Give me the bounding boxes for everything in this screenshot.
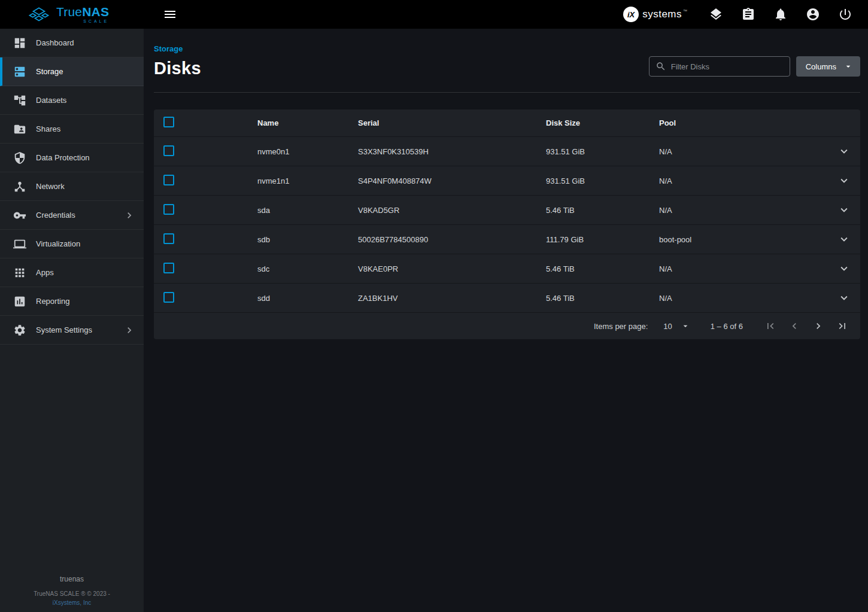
sidebar-item-apps[interactable]: Apps xyxy=(0,258,144,287)
page-range-label: 1 – 6 of 6 xyxy=(711,322,743,331)
table-row[interactable]: sdb 50026B7784500890 111.79 GiB boot-poo… xyxy=(154,225,860,254)
menu-toggle-button[interactable] xyxy=(159,4,181,25)
hostname: truenas xyxy=(0,575,144,583)
disk-serial: 50026B7784500890 xyxy=(358,235,546,244)
alerts-button[interactable] xyxy=(771,5,790,24)
truenas-logo[interactable]: TrueNAS SCALE xyxy=(0,5,144,23)
next-page-button[interactable] xyxy=(811,319,825,333)
chevron-right-icon xyxy=(812,320,824,332)
disk-size: 931.51 GiB xyxy=(546,147,659,156)
row-checkbox[interactable] xyxy=(163,175,174,185)
jobs-button[interactable] xyxy=(739,5,758,24)
sidebar-item-virtualization[interactable]: Virtualization xyxy=(0,230,144,258)
storage-icon xyxy=(13,65,26,78)
col-header-disk-size[interactable]: Disk Size xyxy=(546,118,659,127)
row-expand-button[interactable] xyxy=(835,260,853,278)
disk-serial: S4P4NF0M408874W xyxy=(358,176,546,185)
table-row[interactable]: sdd ZA1BK1HV 5.46 TiB N/A xyxy=(154,284,860,313)
power-icon xyxy=(838,7,852,22)
row-expand-button[interactable] xyxy=(835,289,853,307)
disk-pool: N/A xyxy=(659,176,824,185)
row-checkbox[interactable] xyxy=(163,263,174,273)
sidebar: Dashboard Storage Datasets Shares Data P… xyxy=(0,29,144,612)
chevron-down-icon xyxy=(681,321,690,331)
monitor-icon xyxy=(13,238,26,251)
sidebar-item-storage[interactable]: Storage xyxy=(0,57,144,86)
chart-icon xyxy=(13,295,26,308)
sidebar-item-reporting[interactable]: Reporting xyxy=(0,287,144,316)
disk-size: 5.46 TiB xyxy=(546,264,659,273)
search-icon xyxy=(655,61,666,72)
updates-button[interactable] xyxy=(706,5,726,24)
key-icon xyxy=(13,209,26,222)
row-checkbox[interactable] xyxy=(163,145,174,156)
table-paginator: Items per page: 10 1 – 6 of 6 xyxy=(154,313,860,339)
items-per-page-label: Items per page: xyxy=(594,322,648,331)
items-per-page-select[interactable]: 10 xyxy=(663,321,690,331)
chevron-down-icon xyxy=(843,62,853,71)
disk-pool: N/A xyxy=(659,264,824,273)
row-expand-button[interactable] xyxy=(835,201,853,219)
truenas-logo-icon xyxy=(28,7,50,23)
tasks-icon xyxy=(741,7,755,22)
col-header-pool[interactable]: Pool xyxy=(659,118,824,127)
row-expand-button[interactable] xyxy=(835,230,853,248)
last-page-icon xyxy=(836,320,848,332)
sidebar-item-dashboard[interactable]: Dashboard xyxy=(0,29,144,57)
columns-button[interactable]: Columns xyxy=(796,56,860,77)
sidebar-item-credentials[interactable]: Credentials xyxy=(0,201,144,230)
sidebar-item-data-protection[interactable]: Data Protection xyxy=(0,144,144,172)
first-page-button[interactable] xyxy=(763,319,778,333)
disk-pool: N/A xyxy=(659,147,824,156)
power-button[interactable] xyxy=(836,5,855,24)
ixsystems-link[interactable]: iXsystems, Inc xyxy=(0,599,144,606)
breadcrumb-storage[interactable]: Storage xyxy=(154,44,201,53)
chevron-left-icon xyxy=(788,320,800,332)
row-checkbox[interactable] xyxy=(163,204,174,215)
row-expand-button[interactable] xyxy=(835,172,853,190)
col-header-name[interactable]: Name xyxy=(257,118,358,127)
sidebar-footer: truenas TrueNAS SCALE ® © 2023 - iXsyste… xyxy=(0,575,144,606)
sidebar-item-shares[interactable]: Shares xyxy=(0,115,144,144)
topbar-actions: iX systems ™ xyxy=(623,5,868,24)
account-button[interactable] xyxy=(803,5,823,24)
trademark-symbol: ™ xyxy=(683,9,687,13)
sidebar-nav: Dashboard Storage Datasets Shares Data P… xyxy=(0,29,144,345)
filter-disks-input[interactable] xyxy=(671,62,784,71)
row-expand-button[interactable] xyxy=(835,142,853,160)
chevron-down-icon xyxy=(837,291,851,305)
table-row[interactable]: sda V8KAD5GR 5.46 TiB N/A xyxy=(154,196,860,225)
layers-icon xyxy=(709,7,723,22)
filter-disks-field[interactable] xyxy=(649,56,790,77)
dashboard-icon xyxy=(13,36,26,50)
shield-icon xyxy=(13,151,26,165)
table-row[interactable]: sdc V8KAE0PR 5.46 TiB N/A xyxy=(154,254,860,284)
chevron-down-icon xyxy=(837,145,851,158)
network-hub-icon xyxy=(13,180,26,193)
account-icon xyxy=(806,7,820,22)
ixsystems-text: systems xyxy=(642,8,682,20)
disk-size: 5.46 TiB xyxy=(546,294,659,303)
col-header-serial[interactable]: Serial xyxy=(358,118,546,127)
previous-page-button[interactable] xyxy=(787,319,802,333)
disk-name: sdb xyxy=(257,235,358,244)
first-page-icon xyxy=(764,320,776,332)
sidebar-item-system-settings[interactable]: System Settings xyxy=(0,316,144,345)
disk-serial: S3X3NF0K310539H xyxy=(358,147,546,156)
chevron-down-icon xyxy=(837,233,851,246)
sidebar-item-network[interactable]: Network xyxy=(0,172,144,201)
row-checkbox[interactable] xyxy=(163,233,174,244)
copyright-text: TrueNAS SCALE ® © 2023 - xyxy=(0,590,144,597)
disk-name: sda xyxy=(257,206,358,215)
select-all-checkbox[interactable] xyxy=(163,117,174,127)
table-row[interactable]: nvme0n1 S3X3NF0K310539H 931.51 GiB N/A xyxy=(154,137,860,166)
ixsystems-mark: iX xyxy=(623,7,639,22)
chevron-right-icon xyxy=(123,324,135,336)
table-row[interactable]: nvme1n1 S4P4NF0M408874W 931.51 GiB N/A xyxy=(154,166,860,196)
hamburger-icon xyxy=(163,7,177,22)
last-page-button[interactable] xyxy=(835,319,849,333)
ixsystems-logo[interactable]: iX systems ™ xyxy=(623,7,687,22)
sidebar-item-datasets[interactable]: Datasets xyxy=(0,86,144,115)
row-checkbox[interactable] xyxy=(163,292,174,303)
disk-serial: V8KAD5GR xyxy=(358,206,546,215)
